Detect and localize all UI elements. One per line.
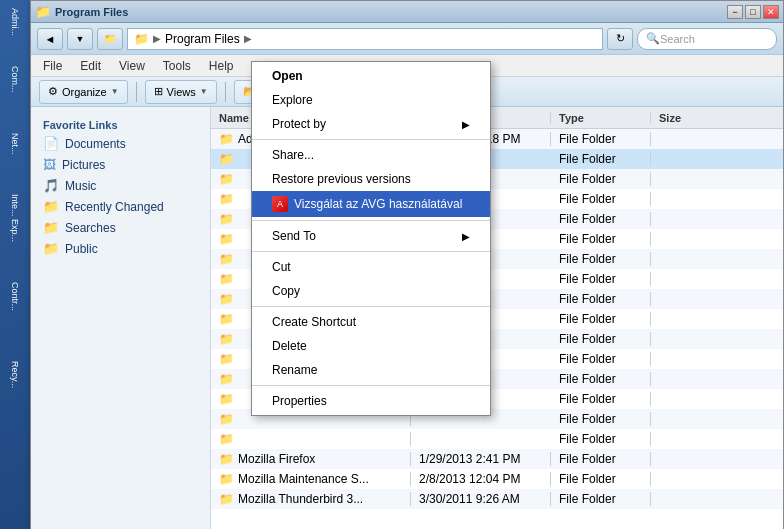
ctx-restore-prev[interactable]: Restore previous versions <box>252 167 490 191</box>
views-label: Views <box>167 86 196 98</box>
taskbar-label-net: Net... <box>10 129 20 159</box>
folder-icon: 📁 <box>219 332 234 346</box>
search-placeholder: Search <box>660 33 695 45</box>
address-path[interactable]: 📁 ▶ Program Files ▶ <box>127 28 603 50</box>
pictures-icon: 🖼 <box>43 157 56 172</box>
file-type: File Folder <box>551 152 651 166</box>
ctx-properties[interactable]: Properties <box>252 389 490 413</box>
ctx-protect-arrow: ▶ <box>462 119 470 130</box>
ctx-share[interactable]: Share... <box>252 143 490 167</box>
ctx-copy[interactable]: Copy <box>252 279 490 303</box>
sidebar-item-music[interactable]: 🎵 Music <box>31 175 210 196</box>
forward-icon: ▼ <box>76 34 85 44</box>
views-dropdown-arrow: ▼ <box>200 87 208 96</box>
menu-file[interactable]: File <box>35 57 70 75</box>
path-separator: ▶ <box>153 33 161 44</box>
folder-icon: 📁 <box>219 232 234 246</box>
folder-icon-title: 📁 <box>35 4 51 19</box>
file-type: File Folder <box>551 472 651 486</box>
context-menu: Open Explore Protect by ▶ Share... Resto… <box>251 61 491 416</box>
views-button[interactable]: ⊞ Views ▼ <box>145 80 217 104</box>
folder-icon: 📁 <box>219 292 234 306</box>
ctx-delete[interactable]: Delete <box>252 334 490 358</box>
ctx-sendto-arrow: ▶ <box>462 231 470 242</box>
refresh-button[interactable]: ↻ <box>607 28 633 50</box>
table-row[interactable]: 📁Mozilla Firefox 1/29/2013 2:41 PM File … <box>211 449 783 469</box>
window-title: Program Files <box>55 6 128 18</box>
forward-button[interactable]: ▼ <box>67 28 93 50</box>
avg-icon: A <box>272 196 288 212</box>
left-taskbar: Admi... Com... Net... Inte... Exp... Con… <box>0 0 30 529</box>
folder-icon: 📁 <box>219 312 234 326</box>
up-button[interactable]: 📁 <box>97 28 123 50</box>
folder-icon: 📁 <box>219 172 234 186</box>
sidebar: Favorite Links 📄 Documents 🖼 Pictures 🎵 … <box>31 107 211 529</box>
back-button[interactable]: ◄ <box>37 28 63 50</box>
ctx-shortcut-label: Create Shortcut <box>272 315 356 329</box>
path-label: Program Files <box>165 32 240 46</box>
sidebar-label-documents: Documents <box>65 137 126 151</box>
organize-label: Organize <box>62 86 107 98</box>
table-row[interactable]: 📁File Folder <box>211 429 783 449</box>
folder-icon: 📁 <box>219 492 234 506</box>
ctx-protect-by[interactable]: Protect by ▶ <box>252 112 490 136</box>
menu-help[interactable]: Help <box>201 57 242 75</box>
menu-edit[interactable]: Edit <box>72 57 109 75</box>
close-button[interactable]: ✕ <box>763 5 779 19</box>
ctx-explore[interactable]: Explore <box>252 88 490 112</box>
folder-icon: 📁 <box>219 452 234 466</box>
menu-tools[interactable]: Tools <box>155 57 199 75</box>
folder-icon: 📁 <box>219 472 234 486</box>
taskbar-label-inte: Inte... Exp... <box>10 190 20 246</box>
col-type-label: Type <box>559 112 584 124</box>
sidebar-label-pictures: Pictures <box>62 158 105 172</box>
ctx-rename-label: Rename <box>272 363 317 377</box>
menu-view[interactable]: View <box>111 57 153 75</box>
ctx-open[interactable]: Open <box>252 64 490 88</box>
file-type: File Folder <box>551 452 651 466</box>
search-box[interactable]: 🔍 Search <box>637 28 777 50</box>
path-end-arrow: ▶ <box>244 33 252 44</box>
file-type: File Folder <box>551 492 651 506</box>
ctx-properties-label: Properties <box>272 394 327 408</box>
sidebar-label-searches: Searches <box>65 221 116 235</box>
ctx-create-shortcut[interactable]: Create Shortcut <box>252 310 490 334</box>
toolbar-separator-2 <box>225 82 226 102</box>
folder-icon: 📁 <box>219 252 234 266</box>
col-size-label: Size <box>659 112 681 124</box>
ctx-send-to[interactable]: Send To ▶ <box>252 224 490 248</box>
organize-button[interactable]: ⚙ Organize ▼ <box>39 80 128 104</box>
ctx-cut[interactable]: Cut <box>252 255 490 279</box>
ctx-share-label: Share... <box>272 148 314 162</box>
sidebar-item-searches[interactable]: 📁 Searches <box>31 217 210 238</box>
file-name: Mozilla Thunderbird 3... <box>238 492 363 506</box>
sidebar-item-pictures[interactable]: 🖼 Pictures <box>31 154 210 175</box>
column-type[interactable]: Type <box>551 112 651 124</box>
sidebar-item-public[interactable]: 📁 Public <box>31 238 210 259</box>
column-size[interactable]: Size <box>651 112 783 124</box>
sidebar-label-music: Music <box>65 179 96 193</box>
table-row[interactable]: 📁Mozilla Maintenance S... 2/8/2013 12:04… <box>211 469 783 489</box>
sidebar-item-recently-changed[interactable]: 📁 Recently Changed <box>31 196 210 217</box>
title-bar-buttons: − □ ✕ <box>727 5 779 19</box>
path-folder-icon: 📁 <box>134 32 149 46</box>
folder-icon: 📁 <box>219 132 234 146</box>
file-name: Mozilla Maintenance S... <box>238 472 369 486</box>
minimize-button[interactable]: − <box>727 5 743 19</box>
maximize-button[interactable]: □ <box>745 5 761 19</box>
documents-icon: 📄 <box>43 136 59 151</box>
taskbar-label-contr: Contr... <box>10 278 20 315</box>
toolbar-separator-1 <box>136 82 137 102</box>
music-icon: 🎵 <box>43 178 59 193</box>
explorer-window: 📁 Program Files − □ ✕ ◄ ▼ 📁 📁 ▶ Program … <box>30 0 784 529</box>
folder-icon: 📁 <box>219 432 234 446</box>
folder-icon: 📁 <box>219 392 234 406</box>
ctx-sendto-label: Send To <box>272 229 316 243</box>
ctx-protect-label: Protect by <box>272 117 326 131</box>
sidebar-item-documents[interactable]: 📄 Documents <box>31 133 210 154</box>
file-date: 2/8/2013 12:04 PM <box>411 472 551 486</box>
ctx-rename[interactable]: Rename <box>252 358 490 382</box>
table-row[interactable]: 📁Mozilla Thunderbird 3... 3/30/2011 9:26… <box>211 489 783 509</box>
ctx-explore-label: Explore <box>272 93 313 107</box>
ctx-avg-scan[interactable]: A Vizsgálat az AVG használatával <box>252 191 490 217</box>
